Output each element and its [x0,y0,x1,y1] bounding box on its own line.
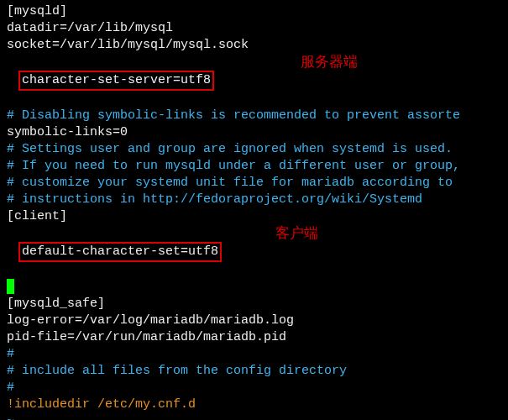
config-line-comment-settings: # Settings user and group are ignored wh… [7,141,501,158]
config-line-charset-server: character-set-server=utf8 服务器端 [7,54,501,108]
annotation-client: 客户端 [275,225,318,242]
annotation-server: 服务器端 [301,54,358,71]
config-line-mysqld-section: [mysqld] [7,3,501,20]
vim-tilde-line: ~ [7,413,501,420]
highlight-box-client: default-character-set=utf8 [18,242,222,262]
config-line-comment-customize: # customize your systemd unit file for m… [7,175,501,192]
config-line-cursor [7,279,501,296]
config-line-pid-file: pid-file=/var/run/mariadb/mariadb.pid [7,329,501,346]
config-line-mysqld-safe-section: [mysqld_safe] [7,296,501,312]
config-line-log-error: log-error=/var/log/mariadb/mariadb.log [7,312,501,329]
config-line-comment-hash2: # [7,380,501,396]
config-line-default-charset: default-character-set=utf8 客户端 [7,225,501,279]
config-line-comment-hash1: # [7,346,501,363]
config-line-symlinks: symbolic-links=0 [7,124,501,141]
config-line-comment-instructions: # instructions in http://fedoraproject.o… [7,192,501,208]
highlight-box-server: character-set-server=utf8 [18,71,214,91]
config-line-comment-symlinks: # Disabling symbolic-links is recommende… [7,108,501,124]
config-line-comment-include: # include all files from the config dire… [7,363,501,380]
config-line-socket: socket=/var/lib/mysql/mysql.sock [7,37,501,54]
config-line-client-section: [client] [7,208,501,225]
config-line-comment-mysqld-user: # If you need to run mysqld under a diff… [7,158,501,175]
config-line-datadir: datadir=/var/lib/mysql [7,20,501,37]
cursor-icon [7,279,14,294]
config-line-includedir: !includedir /etc/my.cnf.d [7,396,501,413]
